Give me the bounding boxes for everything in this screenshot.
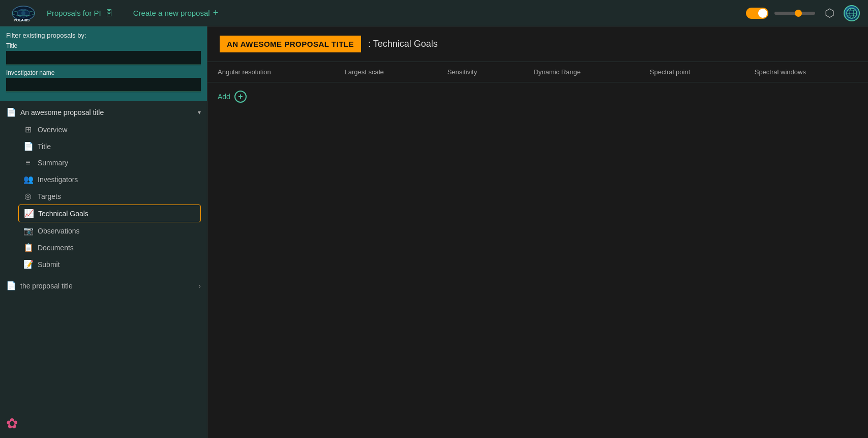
page-section-title: : Technical Goals [361, 35, 445, 53]
svg-text:POLARIS: POLARIS [14, 18, 29, 22]
create-proposal-link[interactable]: Create a new proposal + [133, 8, 218, 18]
theme-toggle[interactable] [746, 8, 768, 19]
investigators-label: Investigators [38, 176, 78, 184]
sidebar-item-targets[interactable]: ◎ Targets [18, 188, 201, 205]
targets-label: Targets [38, 192, 61, 200]
filter-section: Filter existing proposals by: Title Inve… [0, 26, 207, 101]
flower-icon[interactable]: ✿ [6, 415, 201, 432]
proposal-2-doc-icon: 📄 [6, 281, 16, 290]
documents-icon: 📋 [23, 243, 33, 252]
proposal-1-chevron-icon: ▾ [198, 109, 201, 116]
proposal-badge: AN AWESOME PROPOSAL TITLE [220, 36, 361, 52]
documents-label: Documents [38, 244, 74, 252]
sidebar: Filter existing proposals by: Title Inve… [0, 26, 207, 438]
technical-goals-table: Angular resolution Largest scale Sensiti… [207, 62, 868, 111]
add-label: Add [218, 93, 230, 101]
summary-label: Summary [38, 159, 68, 167]
col-angular-resolution: Angular resolution [207, 62, 335, 82]
create-plus-icon: + [213, 8, 219, 18]
proposal-item-2[interactable]: 📄 the proposal title › [0, 277, 207, 295]
overview-icon: ⊞ [23, 125, 33, 134]
investigator-filter-label: Investigator name [6, 69, 201, 76]
submit-label: Submit [38, 260, 60, 269]
sidebar-item-technical-goals[interactable]: 📈 Technical Goals [18, 205, 201, 222]
sidebar-item-documents[interactable]: 📋 Documents [18, 239, 201, 256]
language-icon[interactable] [844, 5, 860, 21]
observations-icon: 📷 [23, 226, 33, 236]
overview-label: Overview [38, 126, 67, 134]
svg-point-2 [21, 11, 25, 15]
investigators-icon: 👥 [23, 174, 33, 184]
sidebar-item-submit[interactable]: 📝 Submit [18, 256, 201, 273]
investigator-filter-input[interactable] [6, 78, 201, 92]
proposals-label: Proposals for PI [47, 9, 101, 17]
title-filter-label: Title [6, 42, 201, 49]
add-row: Add + [207, 82, 868, 111]
col-sensitivity: Sensitivity [437, 62, 524, 82]
proposal-2-title: the proposal title [20, 282, 73, 290]
col-spectral-windows: Spectral windows [744, 62, 868, 82]
nav-right-controls: ⬡ [746, 5, 860, 21]
technical-goals-label: Technical Goals [38, 210, 88, 218]
summary-icon: ≡ [23, 158, 33, 167]
add-technical-goal-button[interactable]: + [234, 91, 247, 103]
sidebar-bottom: ✿ [0, 409, 207, 438]
sidebar-item-summary[interactable]: ≡ Summary [18, 155, 201, 171]
proposal-1-title: An awesome proposal title [20, 108, 194, 116]
proposals-for-pi-link[interactable]: Proposals for PI 🗄 [47, 9, 113, 17]
sidebar-item-title[interactable]: 📄 Title [18, 138, 201, 155]
filter-label: Filter existing proposals by: [6, 32, 201, 39]
proposal-item-1: 📄 An awesome proposal title ▾ ⊞ Overview… [0, 101, 207, 277]
proposal-2-chevron-icon: › [198, 282, 201, 290]
navbar: POLARIS Proposals for PI 🗄 Create a new … [0, 0, 868, 26]
main-layout: Filter existing proposals by: Title Inve… [0, 26, 868, 438]
sidebar-item-overview[interactable]: ⊞ Overview [18, 121, 201, 138]
logo: POLARIS [8, 3, 39, 23]
title-label: Title [38, 142, 51, 151]
submit-icon: 📝 [23, 259, 33, 269]
sidebar-item-investigators[interactable]: 👥 Investigators [18, 171, 201, 188]
export-icon[interactable]: ⬡ [821, 5, 837, 21]
proposal-1-header[interactable]: 📄 An awesome proposal title ▾ [6, 105, 201, 119]
proposal-1-nav-items: ⊞ Overview 📄 Title ≡ Summary 👥 Investiga… [6, 119, 201, 275]
col-largest-scale: Largest scale [335, 62, 437, 82]
page-header: AN AWESOME PROPOSAL TITLE : Technical Go… [207, 26, 868, 62]
brightness-slider[interactable] [774, 12, 815, 15]
title-filter-input[interactable] [6, 51, 201, 65]
table-area: Angular resolution Largest scale Sensiti… [207, 62, 868, 438]
col-dynamic-range: Dynamic Range [523, 62, 639, 82]
content-area: AN AWESOME PROPOSAL TITLE : Technical Go… [207, 26, 868, 438]
technical-goals-icon: 📈 [24, 209, 33, 218]
sidebar-item-observations[interactable]: 📷 Observations [18, 222, 201, 239]
title-icon: 📄 [23, 141, 33, 151]
proposals-db-icon: 🗄 [105, 9, 113, 17]
col-spectral-point: Spectral point [640, 62, 744, 82]
proposal-1-doc-icon: 📄 [6, 107, 16, 117]
targets-icon: ◎ [23, 191, 33, 201]
observations-label: Observations [38, 227, 79, 235]
